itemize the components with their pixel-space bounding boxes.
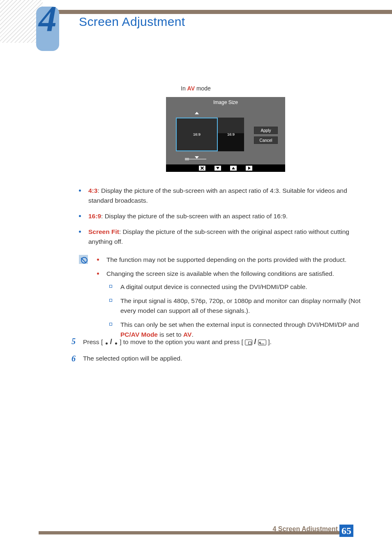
osd-title: Image Size xyxy=(166,97,285,108)
osd-pager xyxy=(185,158,206,160)
square-icon xyxy=(109,299,112,302)
osd-mock: Image Size 16:9 16:9 Apply Cancel xyxy=(166,97,285,172)
apply-button[interactable]: Apply xyxy=(254,127,278,134)
bullet-dot-icon xyxy=(79,231,81,233)
bullet-item: 4:3: Display the picture of the sub-scre… xyxy=(79,186,367,206)
sub-item: A digital output device is connected usi… xyxy=(109,282,367,292)
up-icon[interactable] xyxy=(230,166,237,171)
sub-item: The input signal is 480p, 576p, 720p, or… xyxy=(109,296,367,316)
step-6: 6 The selected option will be applied. xyxy=(68,354,368,363)
content-block: 4:3: Display the picture of the sub-scre… xyxy=(79,186,367,344)
chapter-title: Screen Adjustment xyxy=(79,15,185,29)
footer-label: 4 Screen Adjustment xyxy=(272,525,338,533)
bullet-dot-icon xyxy=(79,215,81,217)
steps-block: 5 Press [ / ] to move to the option you … xyxy=(68,336,368,369)
arrow-up-icon xyxy=(195,112,199,114)
note-dot-icon xyxy=(97,273,99,275)
return-icon xyxy=(258,340,266,345)
page-number: 65 xyxy=(339,525,353,537)
note-icon xyxy=(79,255,88,264)
step-5: 5 Press [ / ] to move to the option you … xyxy=(68,336,368,348)
step-number: 6 xyxy=(68,354,76,363)
down-icon[interactable] xyxy=(214,166,221,171)
mode-label: In AV mode xyxy=(181,85,211,92)
chapter-number: 4 xyxy=(39,1,57,37)
pip-icon xyxy=(245,340,252,345)
square-icon xyxy=(109,323,112,326)
osd-nav-strip xyxy=(166,164,285,172)
cancel-button[interactable]: Cancel xyxy=(254,136,278,144)
chapter-tab: 4 xyxy=(36,7,59,51)
note-text: Changing the screen size is available wh… xyxy=(106,269,334,279)
bullet-item: 16:9: Display the picture of the sub-scr… xyxy=(79,211,367,221)
bullet-item: Screen Fit: Display the picture of the s… xyxy=(79,227,367,247)
square-icon xyxy=(109,285,112,288)
osd-preview-pbp: 16:9 xyxy=(218,118,244,151)
bullet-dot-icon xyxy=(79,190,81,192)
note-block: The function may not be supported depend… xyxy=(79,255,367,344)
note-dot-icon xyxy=(97,259,99,261)
osd-preview-main: 16:9 xyxy=(176,118,218,151)
dot-button-icon xyxy=(106,342,108,345)
dot-button-icon xyxy=(115,342,117,345)
right-icon[interactable] xyxy=(246,166,252,171)
close-icon[interactable] xyxy=(199,166,205,171)
note-text: The function may not be supported depend… xyxy=(106,255,346,265)
step-number: 5 xyxy=(68,336,76,348)
